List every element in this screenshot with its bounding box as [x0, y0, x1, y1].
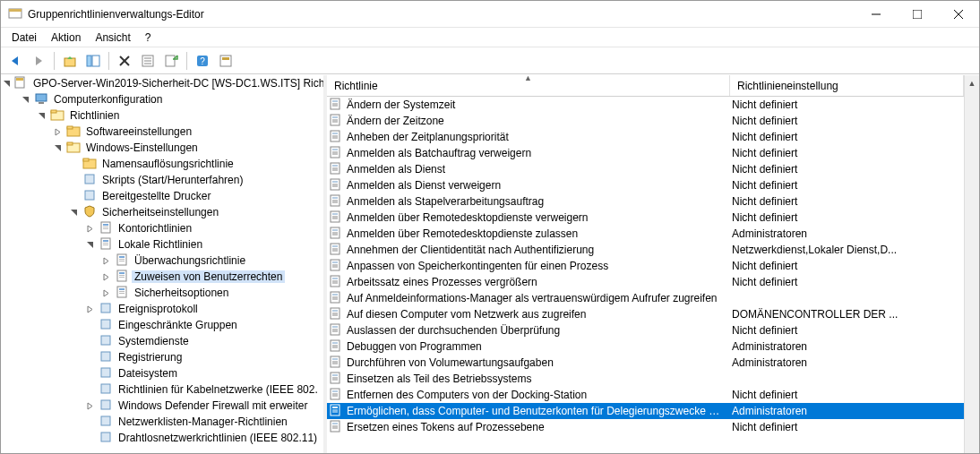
tree-item[interactable]: Skripts (Start/Herunterfahren)	[3, 172, 323, 188]
list-row[interactable]: Anmelden als Dienst verweigernNicht defi…	[327, 177, 964, 193]
chevron-right-icon[interactable]	[99, 254, 112, 267]
policy-name: Ersetzen eines Tokens auf Prozessebene	[343, 421, 728, 433]
chevron-right-icon[interactable]	[99, 287, 112, 299]
minimize-button[interactable]	[855, 1, 897, 28]
options-button[interactable]	[215, 50, 236, 72]
column-header-setting[interactable]: Richtlinieneinstellung	[730, 75, 964, 96]
list-row[interactable]: Entfernen des Computers von der Docking-…	[327, 387, 964, 403]
tree-item[interactable]: Ereignisprotokoll	[3, 301, 323, 317]
show-hide-tree-button[interactable]	[82, 50, 104, 72]
list-row[interactable]: Anmelden über Remotedesktopdienste zulas…	[327, 226, 964, 242]
export-button[interactable]	[160, 50, 182, 72]
list-row[interactable]: Anheben der ZeitplanungsprioritätNicht d…	[327, 129, 964, 145]
policy-item-icon	[329, 145, 343, 162]
menu-item[interactable]: Ansicht	[88, 30, 137, 46]
list-row[interactable]: Auslassen der durchsuchenden Überprüfung…	[327, 322, 964, 338]
menu-item[interactable]: Aktion	[44, 30, 88, 46]
tree-item[interactable]: Lokale Richtlinien	[3, 236, 323, 253]
list-row[interactable]: Ersetzen eines Tokens auf ProzessebeneNi…	[327, 419, 964, 435]
svg-rect-3	[913, 10, 922, 19]
tree-item[interactable]: Überwachungsrichtlinie	[3, 253, 323, 269]
scroll-up-icon[interactable]: ▲	[965, 75, 979, 90]
chevron-down-icon[interactable]	[67, 206, 80, 218]
tree-item[interactable]: Systemdienste	[3, 333, 323, 349]
chevron-right-icon[interactable]	[83, 222, 96, 235]
tree-item[interactable]: Windows-Einstellungen	[3, 140, 323, 156]
properties-button[interactable]	[137, 50, 159, 72]
policy-name: Durchführen von Volumewartungsaufgaben	[343, 356, 728, 369]
svg-rect-37	[103, 228, 108, 229]
chevron-down-icon[interactable]	[83, 238, 96, 251]
chevron-down-icon[interactable]	[3, 77, 11, 90]
tree-item[interactable]: Zuweisen von Benutzerrechten	[3, 269, 323, 285]
svg-rect-64	[332, 100, 338, 102]
tree-item[interactable]: Windows Defender Firewall mit erweiter	[3, 398, 323, 414]
list-row[interactable]: Ändern der SystemzeitNicht definiert	[327, 97, 964, 113]
list-row[interactable]: Anmelden als Batchauftrag verweigernNich…	[327, 145, 964, 161]
back-button[interactable]	[4, 50, 26, 72]
tree-item[interactable]: Softwareeinstellungen	[3, 124, 323, 140]
forward-button[interactable]	[28, 50, 49, 72]
tree-item[interactable]: Richtlinien	[3, 107, 323, 124]
list-row[interactable]: Annehmen der Clientidentität nach Authen…	[327, 242, 964, 258]
help-button[interactable]: ?	[192, 50, 213, 72]
column-header-policy[interactable]: Richtlinie ▲	[327, 75, 730, 96]
list-row[interactable]: Debuggen von ProgrammenAdministratoren	[327, 338, 964, 355]
list-row[interactable]: Auf diesen Computer vom Netzwerk aus zug…	[327, 306, 964, 322]
chevron-right-icon[interactable]	[83, 303, 96, 315]
policy-item-icon	[329, 177, 343, 194]
vertical-scrollbar[interactable]: ▲	[964, 75, 979, 453]
chevron-down-icon[interactable]	[19, 93, 31, 106]
svg-rect-96	[332, 229, 338, 231]
list-row[interactable]: Ändern der ZeitzoneNicht definiert	[327, 113, 964, 129]
list-row[interactable]: Auf Anmeldeinformations-Manager als vert…	[327, 290, 964, 306]
list-row[interactable]: Einsetzen als Teil des Betriebssystems	[327, 371, 964, 387]
list-row[interactable]: Anmelden als StapelverarbeitungsauftragN…	[327, 193, 964, 210]
policy-setting: Nicht definiert	[728, 99, 964, 111]
list-row[interactable]: Anmelden als DienstNicht definiert	[327, 161, 964, 177]
filesystem-icon	[99, 365, 113, 382]
delete-button[interactable]	[114, 50, 135, 72]
chevron-right-icon[interactable]	[99, 270, 112, 283]
tree-item[interactable]: Sicherheitseinstellungen	[3, 204, 323, 220]
list-body[interactable]: Ändern der SystemzeitNicht definiertÄnde…	[327, 97, 964, 453]
list-row[interactable]: Anmelden über Remotedesktopdienste verwe…	[327, 210, 964, 226]
tree-item[interactable]: GPO-Server-Win2019-Sicherheit-DC [WS-DC1…	[3, 75, 323, 91]
policy-file-icon	[13, 75, 28, 92]
menu-item[interactable]: ?	[138, 30, 159, 46]
tree-item[interactable]: Eingeschränkte Gruppen	[3, 317, 323, 333]
tree-pane[interactable]: GPO-Server-Win2019-Sicherheit-DC [WS-DC1…	[1, 75, 323, 453]
chevron-right-icon[interactable]	[51, 125, 64, 138]
chevron-down-icon[interactable]	[35, 109, 47, 122]
close-button[interactable]	[938, 1, 979, 28]
policy-item-icon	[329, 210, 343, 227]
tree-item[interactable]: Sicherheitsoptionen	[3, 285, 323, 301]
svg-rect-55	[101, 320, 110, 329]
chevron-right-icon	[83, 319, 96, 331]
chevron-right-icon[interactable]	[83, 399, 96, 412]
list-row[interactable]: Ermöglichen, dass Computer- und Benutzer…	[327, 403, 964, 419]
policy-setting: Nicht definiert	[728, 131, 964, 143]
list-row[interactable]: Arbeitssatz eines Prozesses vergrößernNi…	[327, 274, 964, 290]
tree-item[interactable]: Bereitgestellte Drucker	[3, 188, 323, 204]
svg-rect-68	[332, 116, 338, 118]
tree-item[interactable]: Richtlinien für Kabelnetzwerke (IEEE 802…	[3, 381, 323, 398]
maximize-button[interactable]	[897, 1, 938, 28]
tree-item[interactable]: Netzwerklisten-Manager-Richtlinien	[3, 414, 323, 430]
tree-item[interactable]: Drahtlosnetzwerkrichtlinien (IEEE 802.11…	[3, 430, 323, 446]
tree-item-label: Sicherheitseinstellungen	[99, 206, 221, 218]
tree-item[interactable]: Computerkonfiguration	[3, 91, 323, 107]
chevron-down-icon[interactable]	[51, 141, 64, 154]
list-row[interactable]: Anpassen von Speicherkontingenten für ei…	[327, 258, 964, 274]
tree-item-label: Lokale Richtlinien	[116, 238, 205, 251]
svg-rect-45	[119, 261, 125, 261]
netlist-icon	[99, 414, 113, 431]
svg-rect-57	[101, 352, 110, 361]
tree-item[interactable]: Dateisystem	[3, 365, 323, 381]
up-level-button[interactable]	[59, 50, 81, 72]
tree-item[interactable]: Registrierung	[3, 349, 323, 365]
tree-item[interactable]: Namensauflösungsrichtlinie	[3, 156, 323, 172]
list-row[interactable]: Durchführen von VolumewartungsaufgabenAd…	[327, 355, 964, 371]
menu-item[interactable]: Datei	[4, 30, 44, 46]
tree-item[interactable]: Kontorichtlinien	[3, 220, 323, 236]
